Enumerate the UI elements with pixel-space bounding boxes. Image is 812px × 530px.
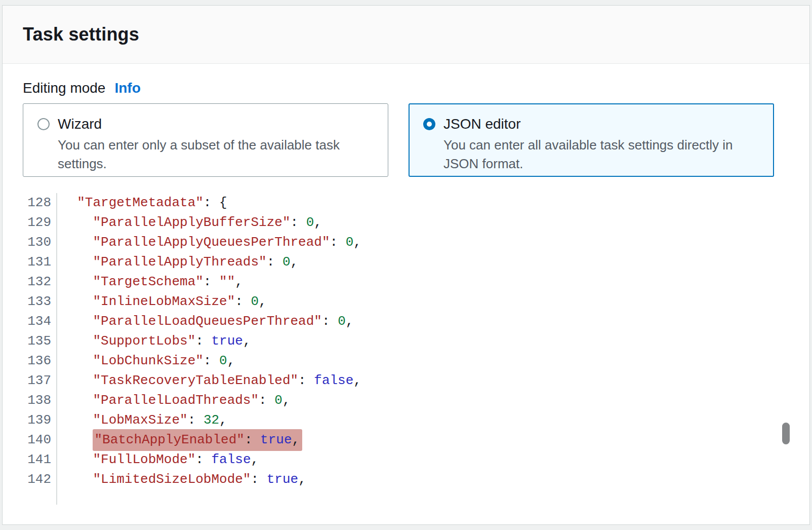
- json-editor-radio-row: JSON editor: [423, 116, 759, 132]
- code-line[interactable]: 132 "TargetSchema": "",: [23, 272, 789, 292]
- code-line-text[interactable]: "BatchApplyEnabled": true,: [57, 430, 302, 450]
- json-code-editor[interactable]: 128 "TargetMetadata": {129 "ParallelAppl…: [23, 193, 789, 505]
- line-number: 139: [23, 410, 57, 430]
- line-number: 141: [23, 450, 57, 470]
- json-editor-option-label: JSON editor: [443, 116, 521, 132]
- code-line-text[interactable]: "TargetMetadata": {: [57, 193, 227, 213]
- line-number: 136: [23, 351, 57, 371]
- wizard-radio-row: Wizard: [37, 116, 374, 132]
- code-line-text[interactable]: "ParallelApplyBufferSize": 0,: [57, 213, 322, 233]
- highlighted-code[interactable]: "BatchApplyEnabled": true,: [93, 429, 302, 451]
- code-line[interactable]: 142 "LimitedSizeLobMode": true,: [23, 470, 789, 489]
- editing-mode-label: Editing mode: [23, 80, 105, 96]
- gutter-tail: [23, 489, 789, 505]
- json-editor-option-description: You can enter all available task setting…: [443, 136, 757, 173]
- task-settings-panel: Task settings Editing mode Info Wizard Y…: [2, 5, 810, 525]
- code-line[interactable]: 129 "ParallelApplyBufferSize": 0,: [23, 213, 789, 233]
- line-number: 132: [23, 272, 57, 292]
- code-line[interactable]: 130 "ParallelApplyQueuesPerThread": 0,: [23, 233, 789, 252]
- code-line[interactable]: 134 "ParallelLoadQueuesPerThread": 0,: [23, 312, 789, 331]
- page: Task settings Editing mode Info Wizard Y…: [0, 0, 812, 530]
- editing-mode-row: Editing mode Info: [23, 80, 789, 96]
- code-line[interactable]: 140 "BatchApplyEnabled": true,: [23, 430, 789, 450]
- wizard-option-description: You can enter only a subset of the avail…: [58, 136, 372, 173]
- editing-mode-options: Wizard You can enter only a subset of th…: [23, 103, 789, 177]
- code-line[interactable]: 133 "InlineLobMaxSize": 0,: [23, 292, 789, 312]
- line-number: 128: [23, 193, 57, 213]
- radio-button-unchecked-icon[interactable]: [37, 118, 50, 130]
- code-line[interactable]: 128 "TargetMetadata": {: [23, 193, 789, 213]
- code-line-text[interactable]: "ParallelApplyQueuesPerThread": 0,: [57, 233, 361, 252]
- line-number: 142: [23, 470, 57, 489]
- code-line-text[interactable]: "FullLobMode": false,: [57, 450, 259, 470]
- radio-button-checked-icon[interactable]: [423, 118, 435, 130]
- line-number: 137: [23, 371, 57, 391]
- code-line-text[interactable]: "InlineLobMaxSize": 0,: [57, 292, 267, 312]
- info-link[interactable]: Info: [114, 80, 140, 96]
- code-line[interactable]: 139 "LobMaxSize": 32,: [23, 410, 789, 430]
- line-number: 135: [23, 331, 57, 351]
- panel-content: Editing mode Info Wizard You can enter o…: [3, 64, 809, 505]
- code-line[interactable]: 138 "ParallelLoadThreads": 0,: [23, 391, 789, 410]
- code-line-text[interactable]: "LobMaxSize": 32,: [57, 410, 227, 430]
- code-line-text[interactable]: "TaskRecoveryTableEnabled": false,: [57, 371, 361, 391]
- code-line-text[interactable]: "ParallelLoadQueuesPerThread": 0,: [57, 312, 353, 331]
- code-line-text[interactable]: "LobChunkSize": 0,: [57, 351, 235, 371]
- code-line-text[interactable]: "ParallelLoadThreads": 0,: [57, 391, 291, 410]
- panel-title: Task settings: [23, 24, 139, 45]
- code-line-text[interactable]: "ParallelApplyThreads": 0,: [57, 252, 298, 272]
- scrollbar-thumb[interactable]: [782, 423, 790, 444]
- panel-header: Task settings: [3, 6, 809, 64]
- code-line[interactable]: 136 "LobChunkSize": 0,: [23, 351, 789, 371]
- wizard-option-label: Wizard: [58, 116, 102, 132]
- line-number: 134: [23, 312, 57, 331]
- code-line[interactable]: 141 "FullLobMode": false,: [23, 450, 789, 470]
- json-editor-option-card[interactable]: JSON editor You can enter all available …: [409, 103, 774, 177]
- code-line-text[interactable]: "SupportLobs": true,: [57, 331, 251, 351]
- line-number: 129: [23, 213, 57, 233]
- line-number: 131: [23, 252, 57, 272]
- wizard-option-card[interactable]: Wizard You can enter only a subset of th…: [23, 103, 388, 177]
- line-number: 140: [23, 430, 57, 450]
- code-line[interactable]: 131 "ParallelApplyThreads": 0,: [23, 252, 789, 272]
- code-line[interactable]: 137 "TaskRecoveryTableEnabled": false,: [23, 371, 789, 391]
- line-number: 130: [23, 233, 57, 252]
- code-line[interactable]: 135 "SupportLobs": true,: [23, 331, 789, 351]
- code-line-text[interactable]: "LimitedSizeLobMode": true,: [57, 470, 306, 489]
- line-number: 133: [23, 292, 57, 312]
- line-number: 138: [23, 391, 57, 410]
- code-line-text[interactable]: "TargetSchema": "",: [57, 272, 243, 292]
